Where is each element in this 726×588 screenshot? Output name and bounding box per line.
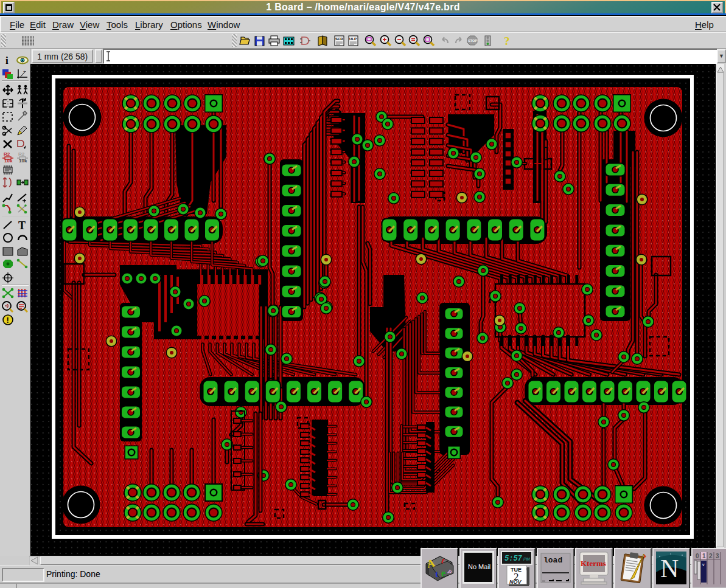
svg-text:R2: R2 (18, 151, 25, 157)
svg-text:No Mail: No Mail (468, 563, 490, 570)
svg-text:T: T (18, 220, 26, 231)
svg-text:R2: R2 (4, 151, 10, 157)
svg-text:?: ? (504, 35, 510, 47)
svg-text:+: + (23, 69, 26, 73)
svg-text:10k: 10k (19, 158, 27, 163)
svg-text:1: 1 (702, 553, 706, 559)
svg-text:i: i (5, 55, 9, 66)
svg-text:ULP: ULP (349, 37, 357, 41)
svg-text:e: e (441, 568, 445, 578)
svg-text:t: t (435, 569, 438, 579)
svg-text:5:57: 5:57 (504, 555, 523, 563)
svg-text:Kterms: Kterms (581, 559, 606, 568)
svg-text:0: 0 (696, 553, 699, 559)
svg-text:10k: 10k (4, 158, 13, 163)
svg-text:v: v (702, 562, 705, 567)
svg-text:PM: PM (523, 557, 530, 561)
svg-text:SCR: SCR (335, 37, 343, 41)
svg-text:STOP: STOP (468, 39, 477, 43)
svg-text:!: ! (7, 316, 9, 325)
svg-text:2: 2 (709, 553, 713, 559)
svg-text:NOV: NOV (509, 579, 522, 585)
svg-text:load: load (543, 556, 562, 565)
svg-text:N: N (660, 555, 679, 583)
svg-text:3: 3 (716, 553, 719, 559)
